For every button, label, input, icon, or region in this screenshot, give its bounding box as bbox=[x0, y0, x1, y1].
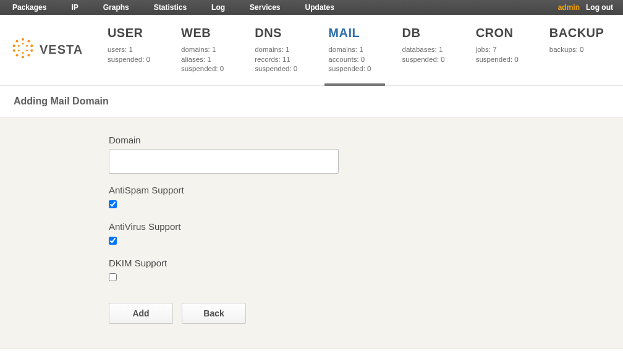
tab-user[interactable]: USER users: 1 suspended: 0 bbox=[108, 15, 181, 85]
field-domain: Domain bbox=[109, 135, 623, 174]
field-dkim: DKIM Support bbox=[109, 258, 623, 283]
svg-point-11 bbox=[26, 45, 28, 47]
svg-point-2 bbox=[30, 44, 33, 47]
svg-point-6 bbox=[15, 54, 18, 57]
svg-point-8 bbox=[13, 44, 15, 47]
tab-title: CRON bbox=[476, 26, 549, 40]
footer-spacer bbox=[0, 349, 623, 364]
tab-stat: suspended: 0 bbox=[328, 64, 402, 74]
tab-cron[interactable]: CRON jobs: 7 suspended: 0 bbox=[476, 15, 549, 85]
form-area: Domain AntiSpam Support AntiVirus Suppor… bbox=[0, 117, 623, 349]
svg-point-0 bbox=[22, 38, 24, 41]
back-button[interactable]: Back bbox=[182, 303, 246, 324]
tab-stat: suspended: 0 bbox=[402, 55, 476, 65]
nav-graphs[interactable]: Graphs bbox=[91, 0, 142, 15]
nav-log[interactable]: Log bbox=[199, 0, 237, 15]
svg-point-10 bbox=[22, 43, 23, 44]
dkim-label: DKIM Support bbox=[109, 258, 623, 268]
tab-title: MAIL bbox=[328, 26, 402, 40]
tab-title: WEB bbox=[181, 26, 255, 40]
tab-stat: users: 1 bbox=[108, 45, 181, 55]
tab-title: DB bbox=[402, 26, 476, 40]
tab-stat: aliases: 1 bbox=[181, 55, 255, 65]
logo[interactable]: VESTA bbox=[0, 15, 108, 85]
tab-stat: backups: 0 bbox=[549, 45, 623, 55]
svg-point-7 bbox=[13, 49, 15, 52]
main-nav: VESTA USER users: 1 suspended: 0 WEB dom… bbox=[0, 15, 623, 86]
current-user-link[interactable]: admin bbox=[558, 3, 580, 12]
tab-backup[interactable]: BACKUP backups: 0 bbox=[549, 15, 623, 85]
antispam-label: AntiSpam Support bbox=[109, 185, 623, 195]
tab-stat: suspended: 0 bbox=[108, 55, 181, 65]
page-title: Adding Mail Domain bbox=[0, 86, 623, 117]
antivirus-checkbox[interactable] bbox=[109, 237, 117, 245]
nav-ip[interactable]: IP bbox=[59, 0, 90, 15]
top-nav-right: admin Log out bbox=[558, 3, 623, 12]
svg-point-12 bbox=[26, 50, 28, 52]
tab-stat: domains: 1 bbox=[255, 45, 328, 55]
button-row: Add Back bbox=[109, 303, 623, 324]
tab-stat: domains: 1 bbox=[328, 45, 402, 55]
tab-web[interactable]: WEB domains: 1 aliases: 1 suspended: 0 bbox=[181, 15, 255, 85]
tab-title: DNS bbox=[255, 26, 328, 40]
add-button[interactable]: Add bbox=[109, 303, 173, 324]
top-nav: Packages IP Graphs Statistics Log Servic… bbox=[0, 0, 623, 15]
nav-packages[interactable]: Packages bbox=[4, 0, 59, 15]
tab-db[interactable]: DB databases: 1 suspended: 0 bbox=[402, 15, 476, 85]
tab-stat: records: 11 bbox=[255, 55, 328, 65]
domain-input[interactable] bbox=[109, 149, 339, 174]
logo-text: VESTA bbox=[40, 43, 83, 57]
vesta-logo-icon bbox=[11, 36, 35, 63]
tab-stat: suspended: 0 bbox=[181, 64, 255, 74]
tab-mail[interactable]: MAIL domains: 1 accounts: 0 suspended: 0 bbox=[328, 15, 402, 85]
tab-stat: suspended: 0 bbox=[476, 55, 549, 65]
svg-point-13 bbox=[22, 52, 23, 54]
tab-stat: suspended: 0 bbox=[255, 64, 328, 74]
tab-title: BACKUP bbox=[549, 26, 623, 40]
tab-stat: accounts: 0 bbox=[328, 55, 402, 65]
antivirus-label: AntiVirus Support bbox=[109, 221, 623, 232]
svg-point-15 bbox=[18, 45, 20, 47]
field-antivirus: AntiVirus Support bbox=[109, 221, 623, 247]
antispam-checkbox[interactable] bbox=[109, 200, 117, 208]
tab-title: USER bbox=[108, 26, 181, 40]
tab-stat: jobs: 7 bbox=[476, 45, 549, 55]
tab-stat: domains: 1 bbox=[181, 45, 255, 55]
svg-point-1 bbox=[27, 40, 30, 43]
svg-point-5 bbox=[22, 56, 24, 58]
svg-point-4 bbox=[27, 54, 30, 57]
domain-label: Domain bbox=[109, 135, 623, 145]
nav-updates[interactable]: Updates bbox=[293, 0, 347, 15]
dkim-checkbox[interactable] bbox=[109, 273, 117, 281]
logout-link[interactable]: Log out bbox=[586, 3, 613, 12]
top-nav-left: Packages IP Graphs Statistics Log Servic… bbox=[0, 0, 347, 15]
nav-services[interactable]: Services bbox=[237, 0, 292, 15]
svg-point-3 bbox=[30, 49, 33, 52]
nav-statistics[interactable]: Statistics bbox=[142, 0, 199, 15]
tab-dns[interactable]: DNS domains: 1 records: 11 suspended: 0 bbox=[255, 15, 328, 85]
svg-point-14 bbox=[18, 50, 20, 52]
svg-point-9 bbox=[15, 40, 18, 43]
field-antispam: AntiSpam Support bbox=[109, 185, 623, 210]
tab-stat: databases: 1 bbox=[402, 45, 476, 55]
